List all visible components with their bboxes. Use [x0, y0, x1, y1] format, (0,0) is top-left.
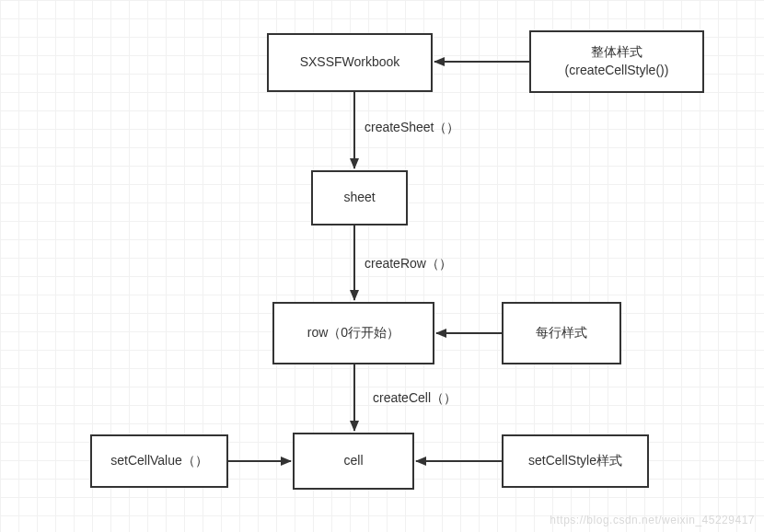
node-sheet-label: sheet [343, 189, 375, 207]
edge-label-createRow: createRow（） [365, 256, 452, 272]
node-row-style-label: 每行样式 [536, 324, 587, 342]
node-cell: cell [293, 433, 414, 490]
node-cell-style-label: setCellStyle样式 [528, 452, 622, 470]
node-sheet: sheet [311, 170, 408, 226]
node-set-value: setCellValue（） [90, 434, 228, 488]
node-row-style: 每行样式 [502, 302, 621, 364]
node-workbook: SXSSFWorkbook [267, 33, 433, 92]
edge-label-createSheet: createSheet（） [365, 120, 460, 136]
node-set-value-label: setCellValue（） [110, 452, 208, 470]
edge-label-createCell: createCell（） [373, 390, 457, 407]
node-row-label: row（0行开始） [307, 324, 399, 342]
watermark-text: https://blog.csdn.net/weixin_45229417 [550, 514, 755, 526]
node-cell-label: cell [343, 452, 363, 470]
node-cell-style: setCellStyle样式 [502, 434, 649, 488]
node-style-all: 整体样式 (createCellStyle()) [529, 30, 704, 93]
node-row: row（0行开始） [272, 302, 434, 364]
node-style-all-line1: 整体样式 [565, 43, 669, 62]
diagram-canvas: SXSSFWorkbook 整体样式 (createCellStyle()) s… [0, 0, 764, 532]
node-style-all-line2: (createCellStyle()) [565, 62, 669, 80]
node-workbook-label: SXSSFWorkbook [300, 53, 400, 72]
